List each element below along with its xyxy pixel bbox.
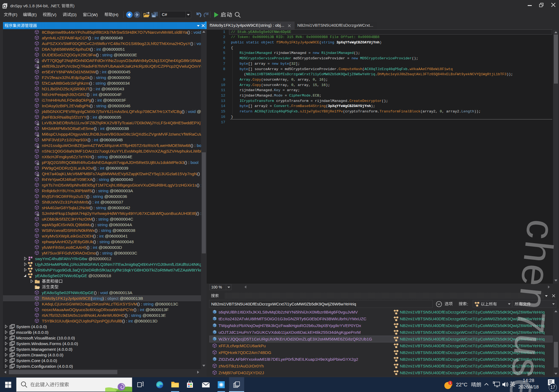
- svg-text:1: 1: [449, 381, 451, 384]
